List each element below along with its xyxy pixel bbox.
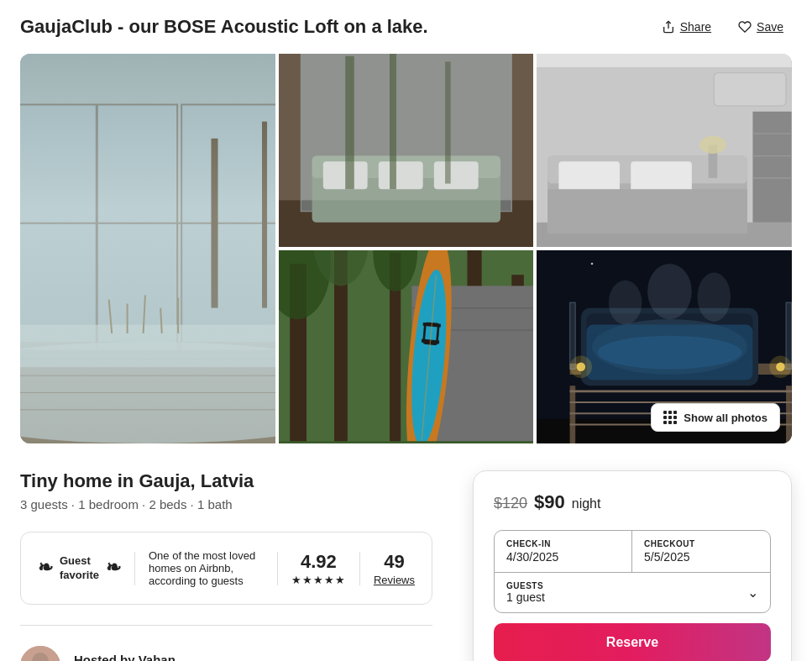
checkout-label: CHECKOUT (644, 539, 758, 548)
heart-icon (738, 20, 752, 34)
guests-label: GUESTS (506, 581, 545, 590)
svg-rect-73 (279, 441, 534, 443)
divider-vertical (134, 552, 135, 585)
svg-point-7 (20, 342, 275, 443)
listing-type: Tiny home in Gauja, Latvia (20, 470, 432, 492)
svg-rect-36 (445, 61, 451, 183)
reviews-label[interactable]: Reviews (374, 574, 415, 586)
booking-card: $120 $90 night CHECK-IN 4/30/2025 CHECKO… (473, 470, 792, 661)
svg-point-53 (699, 136, 726, 154)
share-icon (662, 20, 675, 34)
svg-rect-18 (20, 325, 275, 350)
main-content: Tiny home in Gauja, Latvia 3 guests · 1 … (20, 470, 792, 661)
guest-favorite-badge: ❧ Guestfavorite ❧ One of the most loved … (20, 532, 432, 605)
svg-rect-4 (181, 105, 275, 351)
listing-details: 3 guests · 1 bedroom · 2 beds · 1 bath (20, 497, 432, 511)
svg-point-80 (591, 263, 594, 265)
guests-row[interactable]: GUESTS 1 guest ⌄ (495, 572, 770, 612)
main-photo-svg (20, 54, 275, 443)
date-guest-box: CHECK-IN 4/30/2025 CHECKOUT 5/5/2025 GUE… (494, 530, 771, 613)
bedroom2-svg (537, 54, 792, 247)
reviews-block: 49 Reviews (374, 551, 415, 586)
rating-number: 4.92 (291, 551, 346, 573)
host-name: Hosted by Vahan (74, 653, 213, 661)
price-per-night: night (572, 496, 601, 511)
svg-rect-100 (570, 302, 576, 369)
checkout-cell[interactable]: CHECKOUT 5/5/2025 (632, 531, 770, 572)
hosted-by-label: Hosted by (74, 653, 135, 661)
rating-block: 4.92 ★★★★★ (291, 551, 346, 586)
svg-rect-33 (301, 54, 511, 200)
guest-favorite-label: ❧ Guestfavorite ❧ (38, 554, 121, 583)
reserve-label: Reserve (606, 635, 658, 649)
svg-rect-24 (177, 298, 179, 333)
page-title: GaujaClub - our BOSE Acoustic Loft on a … (20, 16, 428, 38)
host-name-value: Vahan (139, 653, 175, 661)
host-info: Hosted by Vahan Superhost · 10 years hos… (74, 653, 213, 661)
price-row: $120 $90 night (494, 491, 771, 513)
laurel-left-icon: ❧ (38, 556, 53, 580)
guest-favorite-text: Guestfavorite (60, 554, 99, 583)
header-actions: Share Save (653, 13, 792, 40)
loved-homes-text: One of the most loved homes on Airbnb, a… (149, 549, 264, 587)
svg-rect-101 (786, 302, 792, 369)
paddleboard-image (279, 250, 534, 443)
svg-rect-20 (108, 300, 113, 333)
photo-paddleboard[interactable] (279, 250, 534, 443)
share-label: Share (680, 20, 711, 34)
svg-rect-3 (20, 105, 177, 351)
svg-rect-23 (160, 308, 163, 333)
bedroom-1-image (279, 54, 534, 247)
photo-main[interactable] (20, 54, 275, 443)
svg-rect-82 (570, 386, 576, 443)
save-button[interactable]: Save (730, 13, 792, 40)
svg-rect-46 (548, 189, 748, 233)
svg-rect-47 (715, 73, 787, 107)
bedroom-2-image (537, 54, 792, 247)
rating-stars: ★★★★★ (291, 574, 346, 586)
svg-rect-35 (390, 54, 396, 189)
svg-point-95 (598, 336, 742, 370)
svg-rect-2 (20, 342, 275, 443)
divider-vertical-3 (359, 552, 360, 585)
page-header: GaujaClub - our BOSE Acoustic Loft on a … (20, 13, 792, 40)
photo-main-image (20, 54, 275, 443)
laurel-right-icon: ❧ (106, 556, 121, 580)
date-row: CHECK-IN 4/30/2025 CHECKOUT 5/5/2025 (495, 531, 770, 572)
reserve-button[interactable]: Reserve (494, 623, 771, 661)
svg-rect-48 (753, 112, 792, 223)
original-price: $120 (494, 495, 527, 512)
svg-point-91 (609, 281, 642, 325)
divider-vertical-2 (277, 552, 278, 585)
save-label: Save (757, 20, 783, 34)
photo-bedroom-1[interactable] (279, 54, 534, 247)
checkin-cell[interactable]: CHECK-IN 4/30/2025 (495, 531, 632, 572)
discounted-price: $90 (534, 491, 565, 513)
svg-rect-22 (143, 295, 146, 333)
host-avatar-image (20, 646, 60, 661)
guests-value: 1 guest (506, 590, 545, 604)
svg-rect-34 (345, 56, 354, 189)
svg-point-93 (698, 273, 731, 322)
svg-rect-83 (786, 386, 792, 443)
svg-rect-38 (537, 54, 792, 67)
reviews-count: 49 (374, 551, 415, 573)
show-all-photos-button[interactable]: Show all photos (651, 403, 780, 432)
bedroom1-svg (279, 54, 534, 247)
svg-point-92 (647, 264, 692, 319)
photo-sauna[interactable]: Show all photos (537, 250, 792, 443)
photo-bedroom-2[interactable] (537, 54, 792, 247)
svg-rect-1 (20, 54, 275, 443)
svg-rect-21 (127, 304, 128, 333)
listing-info: Tiny home in Gauja, Latvia 3 guests · 1 … (20, 470, 432, 661)
guests-info: GUESTS 1 guest (506, 581, 545, 604)
checkout-value: 5/5/2025 (644, 550, 758, 564)
host-avatar (20, 646, 60, 661)
svg-rect-19 (20, 350, 275, 367)
chevron-down-icon: ⌄ (747, 585, 758, 601)
paddle-svg (279, 250, 534, 443)
host-row: Hosted by Vahan Superhost · 10 years hos… (20, 625, 432, 661)
checkin-label: CHECK-IN (506, 539, 620, 548)
share-button[interactable]: Share (653, 13, 720, 40)
page-container: GaujaClub - our BOSE Acoustic Loft on a … (0, 0, 812, 661)
